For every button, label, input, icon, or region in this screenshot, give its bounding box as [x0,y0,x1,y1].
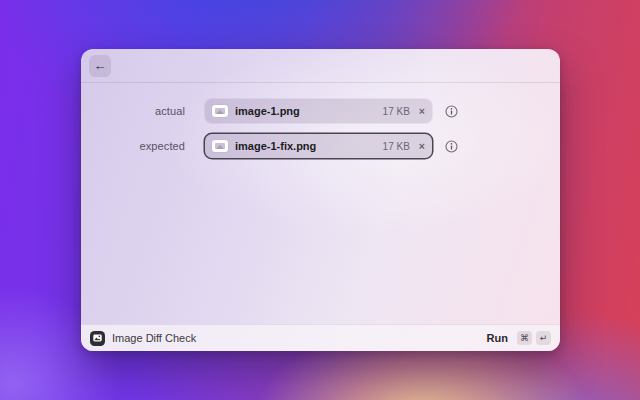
file-name: image-1-fix.png [235,140,316,152]
run-label: Run [487,332,508,344]
field-label-expected: expected [81,140,185,152]
file-thumbnail-icon [212,105,228,117]
window-header: ← [81,49,560,83]
file-size: 17 KB [383,141,410,152]
form: actual image-1.png 17 KB × expected imag… [81,83,560,158]
field-label-actual: actual [81,105,185,117]
info-icon[interactable] [445,105,458,118]
file-chip-actual[interactable]: image-1.png 17 KB × [205,99,432,123]
file-chip-expected[interactable]: image-1-fix.png 17 KB × [205,134,432,158]
extension-image-icon [90,331,105,346]
form-row-expected: expected image-1-fix.png 17 KB × [81,134,560,158]
file-size: 17 KB [383,106,410,117]
status-bar: Image Diff Check Run ⌘ ↵ [81,324,560,351]
remove-file-icon[interactable]: × [417,106,425,117]
file-thumbnail-icon [212,140,228,152]
command-name: Image Diff Check [112,332,196,344]
back-arrow-icon: ← [94,59,107,72]
command-key-icon: ⌘ [517,331,532,345]
file-name: image-1.png [235,105,300,117]
back-button[interactable]: ← [89,55,111,77]
run-button[interactable]: Run ⌘ ↵ [487,331,551,345]
remove-file-icon[interactable]: × [417,141,425,152]
return-key-icon: ↵ [536,331,551,345]
form-row-actual: actual image-1.png 17 KB × [81,99,560,123]
app-window: ← actual image-1.png 17 KB × expected [81,49,560,351]
info-icon[interactable] [445,140,458,153]
